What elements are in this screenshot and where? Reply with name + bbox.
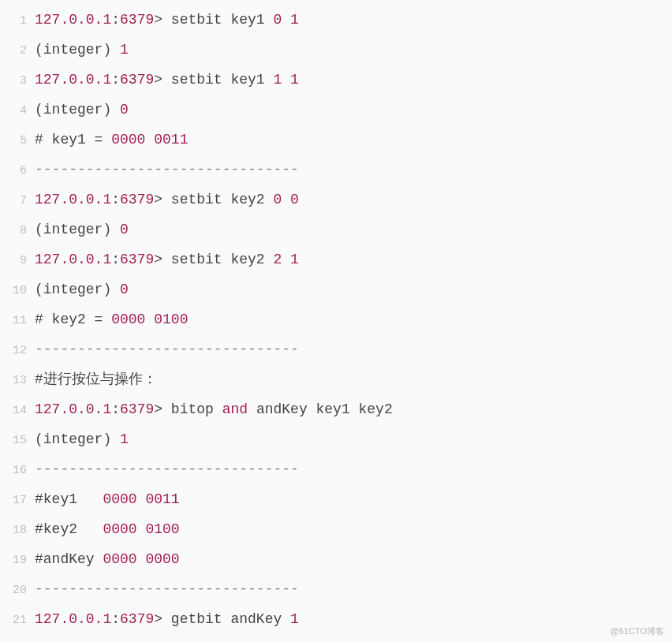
- line-number: 16: [0, 456, 35, 486]
- line-number: 19: [0, 546, 35, 576]
- code-token: [137, 521, 146, 537]
- line-number: 5: [0, 126, 35, 156]
- line-number: 11: [0, 306, 35, 336]
- code-token: 0000: [103, 491, 136, 507]
- code-token: 0100: [154, 312, 188, 327]
- code-line: 5# key1 = 0000 0011: [0, 125, 672, 155]
- code-line: 7127.0.0.1:6379> setbit key2 0 0: [0, 185, 672, 215]
- code-line: 21127.0.0.1:6379> getbit andKey 1: [0, 604, 672, 634]
- code-block: 1127.0.0.1:6379> setbit key1 0 12(intege…: [0, 0, 672, 634]
- line-number: 6: [0, 156, 35, 186]
- code-token: 0011: [145, 491, 179, 507]
- code-token: 0: [120, 222, 129, 237]
- code-token: [282, 72, 290, 88]
- code-token: :: [111, 252, 120, 267]
- line-content: -------------------------------: [35, 155, 299, 185]
- code-token: 0: [120, 282, 129, 297]
- code-token: 1: [273, 72, 282, 88]
- line-number: 20: [0, 576, 35, 606]
- code-token: 0000: [145, 551, 179, 567]
- code-token: (integer): [35, 431, 120, 447]
- code-token: 1: [290, 72, 299, 88]
- code-line: 10(integer) 0: [0, 274, 672, 304]
- code-line: 19#andKey 0000 0000: [0, 544, 672, 574]
- code-token: -------------------------------: [35, 581, 299, 597]
- code-line: 3127.0.0.1:6379> setbit key1 1 1: [0, 65, 672, 95]
- code-token: # key2 =: [35, 312, 111, 327]
- code-token: 6379: [120, 12, 154, 28]
- line-number: 4: [0, 96, 35, 126]
- code-line: 20-------------------------------: [0, 574, 672, 604]
- code-token: 0100: [145, 521, 179, 537]
- code-token: #key2: [35, 521, 103, 537]
- line-content: 127.0.0.1:6379> bitop and andKey key1 ke…: [35, 394, 393, 424]
- line-content: # key2 = 0000 0100: [35, 304, 188, 334]
- code-line: 15(integer) 1: [0, 424, 672, 454]
- code-token: > setbit key2: [154, 192, 273, 207]
- line-content: (integer) 0: [35, 274, 129, 304]
- code-line: 9127.0.0.1:6379> setbit key2 2 1: [0, 244, 672, 274]
- code-token: (integer): [35, 222, 120, 237]
- line-content: 127.0.0.1:6379> setbit key2 2 1: [35, 244, 299, 274]
- line-content: (integer) 0: [35, 95, 129, 125]
- code-token: 127.0.0.1: [35, 252, 111, 267]
- line-content: (integer) 1: [35, 35, 129, 65]
- code-token: (integer): [35, 42, 120, 58]
- code-token: (integer): [35, 102, 120, 118]
- code-token: #key1: [35, 491, 103, 507]
- code-token: 0: [290, 192, 299, 207]
- code-token: [282, 192, 290, 207]
- code-token: > setbit key1: [154, 72, 273, 88]
- code-token: 0000: [103, 521, 136, 537]
- code-token: 6379: [120, 401, 154, 417]
- code-token: [145, 132, 154, 147]
- code-token: #进行按位与操作：: [35, 371, 157, 387]
- code-line: 2(integer) 1: [0, 35, 672, 65]
- code-token: > getbit andKey: [154, 611, 290, 627]
- line-content: -------------------------------: [35, 334, 299, 364]
- code-token: 0011: [154, 132, 188, 147]
- code-token: 6379: [120, 192, 154, 207]
- code-token: 0000: [111, 132, 145, 147]
- code-line: 16-------------------------------: [0, 454, 672, 484]
- code-token: andKey key1 key2: [256, 401, 393, 417]
- code-token: 1: [290, 611, 299, 627]
- code-token: 1: [120, 431, 129, 447]
- code-token: 127.0.0.1: [35, 72, 111, 88]
- line-content: #key2 0000 0100: [35, 514, 180, 544]
- code-line: 1127.0.0.1:6379> setbit key1 0 1: [0, 5, 672, 35]
- line-number: 7: [0, 186, 35, 216]
- line-content: # key1 = 0000 0011: [35, 125, 188, 155]
- line-number: 1: [0, 6, 35, 36]
- code-token: 0: [273, 192, 282, 207]
- code-line: 12-------------------------------: [0, 334, 672, 364]
- code-token: 0000: [103, 551, 136, 567]
- code-token: # key1 =: [35, 132, 111, 147]
- code-token: 127.0.0.1: [35, 401, 111, 417]
- line-content: 127.0.0.1:6379> setbit key2 0 0: [35, 185, 299, 215]
- code-token: 0: [273, 12, 282, 28]
- code-token: :: [111, 72, 120, 88]
- code-token: 1: [290, 12, 299, 28]
- code-token: :: [111, 611, 120, 627]
- code-token: > setbit key1: [154, 12, 273, 28]
- code-token: 127.0.0.1: [35, 192, 111, 207]
- code-token: [137, 551, 146, 567]
- code-token: 1: [290, 252, 299, 267]
- line-number: 15: [0, 426, 35, 456]
- line-content: -------------------------------: [35, 574, 299, 604]
- code-token: 127.0.0.1: [35, 611, 111, 627]
- code-token: :: [111, 192, 120, 207]
- line-content: 127.0.0.1:6379> setbit key1 1 1: [35, 65, 299, 95]
- code-token: [137, 491, 146, 507]
- line-content: -------------------------------: [35, 454, 299, 484]
- line-number: 13: [0, 366, 35, 396]
- code-token: 0: [120, 102, 129, 118]
- code-token: [282, 252, 290, 267]
- line-content: (integer) 1: [35, 424, 129, 454]
- code-token: #andKey: [35, 551, 103, 567]
- code-token: [282, 12, 290, 28]
- line-number: 12: [0, 336, 35, 366]
- code-line: 11# key2 = 0000 0100: [0, 304, 672, 334]
- code-token: (integer): [35, 282, 120, 297]
